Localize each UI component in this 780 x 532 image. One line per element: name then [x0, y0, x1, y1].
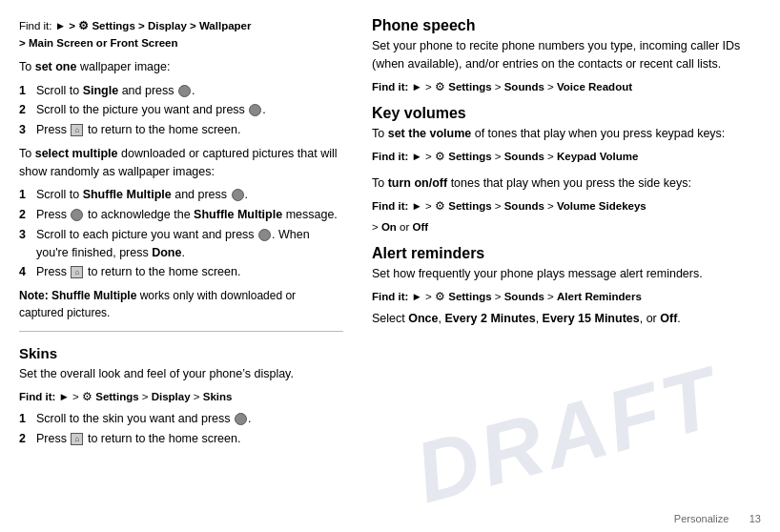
skins-find-it: Find it: ► > ⚙ Settings > Display > Skin… — [19, 389, 343, 405]
phone-speech-find-it: Find it: ► > ⚙ Settings > Sounds > Voice… — [372, 79, 761, 95]
list-item: 1 Scroll to Shuffle Multiple and press . — [19, 186, 343, 204]
list-item: 1 Scroll to Single and press . — [19, 82, 343, 100]
list-item: 2 Press ⌂ to return to the home screen. — [19, 430, 343, 448]
list-item: 3 Scroll to each picture you want and pr… — [19, 226, 343, 262]
find-it-path-2: > Main Screen or Front Screen — [19, 37, 178, 49]
alert-reminders-select: Select Once, Every 2 Minutes, Every 15 M… — [372, 310, 761, 328]
key-volumes-desc: To set the volume of tones that play whe… — [372, 125, 761, 143]
circle-button-icon — [232, 189, 244, 201]
select-multiple-intro: To select multiple downloaded or capture… — [19, 145, 343, 181]
left-column: Find it: ► > ⚙ Settings > Display > Wall… — [19, 17, 343, 513]
list-item: 1 Scroll to the skin you want and press … — [19, 410, 343, 428]
find-it-label: Find it: — [19, 20, 52, 31]
circle-button-icon — [235, 413, 247, 425]
key-volumes-title: Key volumes — [372, 105, 761, 122]
turn-on-off-find-it-2: > On or Off — [372, 219, 761, 235]
alert-reminders-desc: Set how frequently your phone plays mess… — [372, 265, 761, 283]
turn-on-off-find-it: Find it: ► > ⚙ Settings > Sounds > Volum… — [372, 198, 761, 215]
set-one-steps: 1 Scroll to Single and press . 2 Scroll … — [19, 82, 343, 139]
home-button-icon: ⌂ — [71, 124, 83, 136]
list-item: 2 Press to acknowledge the Shuffle Multi… — [19, 206, 343, 224]
skins-desc: Set the overall look and feel of your ph… — [19, 365, 343, 383]
footer-right: 13 — [749, 513, 761, 524]
alert-reminders-title: Alert reminders — [372, 245, 761, 262]
footer-left: Personalize — [674, 513, 729, 524]
skins-steps: 1 Scroll to the skin you want and press … — [19, 410, 343, 448]
home-button-icon: ⌂ — [71, 433, 83, 445]
phone-speech-title: Phone speech — [372, 17, 761, 34]
find-it-wallpaper: Find it: ► > ⚙ Settings > Display > Wall… — [19, 17, 343, 52]
circle-button-icon — [178, 85, 191, 97]
set-one-intro: To set one wallpaper image: — [19, 58, 343, 76]
skins-title: Skins — [19, 345, 343, 361]
page-footer: Personalize 13 — [674, 513, 761, 524]
select-multiple-steps: 1 Scroll to Shuffle Multiple and press .… — [19, 186, 343, 281]
home-button-icon: ⌂ — [71, 266, 83, 278]
list-item: 2 Scroll to the picture you want and pre… — [19, 101, 343, 119]
turn-on-off-desc: To turn on/off tones that play when you … — [372, 174, 761, 193]
circle-button-icon — [249, 104, 261, 116]
list-item: 4 Press ⌂ to return to the home screen. — [19, 263, 343, 281]
circle-button-icon — [258, 229, 271, 241]
phone-speech-desc: Set your phone to recite phone numbers y… — [372, 37, 761, 73]
key-volumes-find-it: Find it: ► > ⚙ Settings > Sounds > Keypa… — [372, 149, 761, 165]
right-column: Phone speech Set your phone to recite ph… — [372, 17, 761, 513]
alert-reminders-find-it: Find it: ► > ⚙ Settings > Sounds > Alert… — [372, 289, 761, 305]
divider — [19, 331, 343, 332]
list-item: 3 Press ⌂ to return to the home screen. — [19, 121, 343, 139]
find-it-path-1: ► > ⚙ Settings > Display > Wallpaper — [55, 20, 252, 31]
shuffle-note: Note: Shuffle Multiple works only with d… — [19, 287, 343, 321]
circle-button-icon — [71, 209, 83, 221]
